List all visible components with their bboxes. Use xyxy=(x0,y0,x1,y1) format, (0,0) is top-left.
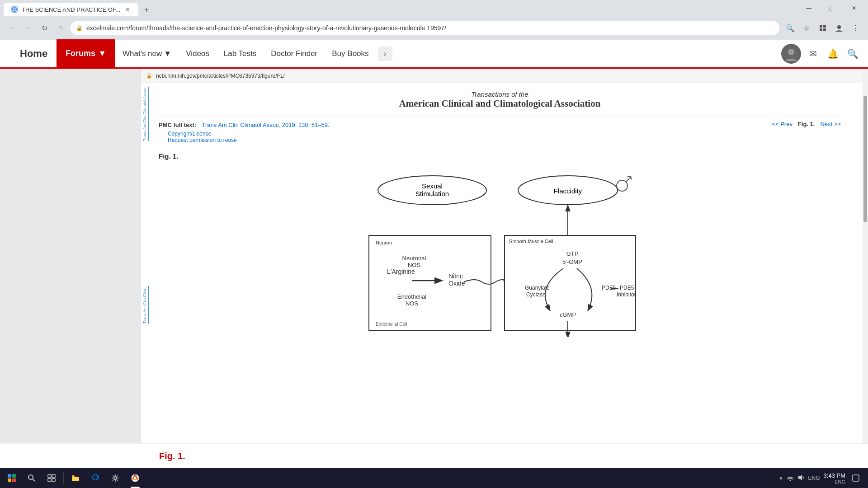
language-selector[interactable]: ENG xyxy=(808,475,820,481)
start-button[interactable] xyxy=(2,468,22,488)
svg-text:Flaccidity: Flaccidity xyxy=(553,187,582,195)
current-fig-label: Fig. 1. xyxy=(798,121,815,127)
notifications-icon[interactable]: 🔔 xyxy=(825,46,841,62)
taskbar-chrome[interactable] xyxy=(125,468,145,488)
forums-label: Forums xyxy=(66,49,95,58)
svg-line-48 xyxy=(33,479,35,481)
url-bar[interactable]: 🔒 excelmale.com/forum/threads/the-scienc… xyxy=(71,21,779,35)
svg-text:Stimulation: Stimulation xyxy=(415,190,448,197)
pmc-links: Copyright/License Request permission to … xyxy=(168,131,330,143)
notification-center-button[interactable] xyxy=(849,468,863,488)
diagram-container: Sexual Stimulation Flaccidity Neuron L'A… xyxy=(159,165,841,337)
back-button[interactable]: ← xyxy=(5,22,18,34)
lab-tests-label: Lab Tests xyxy=(224,49,256,58)
nav-buy-books[interactable]: Buy Books xyxy=(325,49,376,58)
svg-text:Cyclase: Cyclase xyxy=(526,291,546,298)
bookmark-icon[interactable]: ☆ xyxy=(799,21,814,35)
svg-rect-43 xyxy=(8,474,11,478)
more-options-icon[interactable]: ⋮ xyxy=(848,21,863,35)
forward-button[interactable]: → xyxy=(22,22,34,34)
window-controls: — ◻ ✕ xyxy=(798,1,864,15)
fig-navigation: << Prev Fig. 1. Next >> xyxy=(772,121,841,127)
svg-text:Neuronal: Neuronal xyxy=(402,255,426,262)
user-avatar[interactable] xyxy=(781,44,801,64)
svg-text:Neuron: Neuron xyxy=(376,240,392,245)
watermark-area: Trans Am Clin Climatol Assoc. Trans Am C… xyxy=(142,87,149,324)
svg-rect-53 xyxy=(72,477,79,481)
nav-lab-tests[interactable]: Lab Tests xyxy=(217,49,264,58)
nav-whats-new[interactable]: What's new ▼ xyxy=(115,49,179,58)
svg-text:L'Arginine: L'Arginine xyxy=(387,268,415,275)
svg-rect-4 xyxy=(823,28,826,31)
svg-rect-1 xyxy=(820,25,822,28)
nav-home[interactable]: Home xyxy=(11,48,57,60)
extensions-icon[interactable] xyxy=(816,21,830,35)
maximize-button[interactable]: ◻ xyxy=(821,1,842,15)
title-bar: THE SCIENCE AND PRACTICE OF... ✕ + — ◻ ✕ xyxy=(0,0,868,16)
language-text: ENG xyxy=(808,475,820,481)
svg-point-5 xyxy=(837,25,841,29)
scrollbar[interactable] xyxy=(863,69,868,443)
svg-text:GTP: GTP xyxy=(566,250,578,257)
svg-text:Smooth Muscle Cell: Smooth Muscle Cell xyxy=(509,239,553,244)
svg-rect-50 xyxy=(52,474,55,478)
frame-lock-icon: 🔒 xyxy=(146,73,152,79)
svg-rect-60 xyxy=(853,475,859,481)
svg-point-58 xyxy=(789,479,791,481)
svg-rect-45 xyxy=(8,479,11,482)
tab-close-button[interactable]: ✕ xyxy=(124,6,131,13)
svg-rect-52 xyxy=(52,479,55,482)
nav-forums[interactable]: Forums ▼ xyxy=(57,39,115,68)
taskbar-show-hidden[interactable]: ∧ xyxy=(779,475,783,481)
taskbar-clock[interactable]: 3:43 PM ENG xyxy=(824,472,845,484)
volume-icon[interactable] xyxy=(797,474,805,483)
pmc-link[interactable]: Trans Am Clin Climatol Assoc. 2019; 130:… xyxy=(202,122,330,128)
nav-doctor-finder[interactable]: Doctor Finder xyxy=(264,49,325,58)
request-permission-link[interactable]: Request permission to reuse xyxy=(168,137,330,143)
svg-text:Endothelial Cell: Endothelial Cell xyxy=(376,322,407,327)
reload-button[interactable]: ↻ xyxy=(38,22,51,34)
article-content: Transactions of the American Clinical an… xyxy=(141,83,868,344)
journal-header: Transactions of the American Clinical an… xyxy=(159,90,841,109)
doctor-finder-label: Doctor Finder xyxy=(271,49,317,58)
copyright-link[interactable]: Copyright/License xyxy=(168,131,330,137)
search-nav-icon[interactable]: 🔍 xyxy=(844,46,861,62)
minimize-button[interactable]: — xyxy=(798,1,819,15)
taskbar-settings[interactable] xyxy=(105,468,125,488)
browser-tab[interactable]: THE SCIENCE AND PRACTICE OF... ✕ xyxy=(4,3,138,16)
network-icon[interactable] xyxy=(787,474,794,483)
taskbar-file-explorer[interactable] xyxy=(66,468,85,488)
svg-text:Guanylate: Guanylate xyxy=(525,285,550,291)
watermark-text-2: Trans Am Clin Clim... xyxy=(142,286,149,324)
profile-icon[interactable] xyxy=(832,21,846,35)
nav-more-button[interactable]: › xyxy=(378,47,392,61)
nav-videos[interactable]: Videos xyxy=(179,49,217,58)
svg-rect-49 xyxy=(48,474,51,478)
left-sidebar xyxy=(0,69,140,443)
taskbar-search-button[interactable] xyxy=(22,468,42,488)
watermark-text-1: Trans Am Clin Climatol Assoc. xyxy=(142,87,149,141)
nav-right-section: ✉ 🔔 🔍 xyxy=(781,44,868,64)
task-view-button[interactable] xyxy=(42,468,61,488)
videos-label: Videos xyxy=(186,49,209,58)
home-button[interactable]: ⌂ xyxy=(54,22,67,34)
embedded-content: Trans Am Clin Climatol Assoc. Trans Am C… xyxy=(140,69,868,443)
new-tab-button[interactable]: + xyxy=(140,4,153,16)
svg-text:cGMP: cGMP xyxy=(559,311,576,318)
search-icon[interactable]: 🔍 xyxy=(783,21,797,35)
tab-favicon xyxy=(11,6,18,13)
svg-text:Nitric: Nitric xyxy=(448,272,463,280)
scroll-thumb[interactable] xyxy=(863,96,867,222)
prev-nav[interactable]: << Prev xyxy=(772,121,793,127)
figure-diagram: Sexual Stimulation Flaccidity Neuron L'A… xyxy=(342,165,658,337)
bottom-fig-label: Fig. 1. xyxy=(159,451,185,461)
svg-rect-2 xyxy=(823,25,826,28)
next-nav[interactable]: Next >> xyxy=(820,121,841,127)
site-navbar: Home Forums ▼ What's new ▼ Videos Lab Te… xyxy=(0,40,868,69)
svg-point-47 xyxy=(28,475,33,479)
close-button[interactable]: ✕ xyxy=(844,1,864,15)
messages-icon[interactable]: ✉ xyxy=(805,46,821,62)
svg-marker-59 xyxy=(798,475,802,480)
taskbar-edge[interactable] xyxy=(85,468,105,488)
clock-time: 3:43 PM xyxy=(824,472,845,479)
